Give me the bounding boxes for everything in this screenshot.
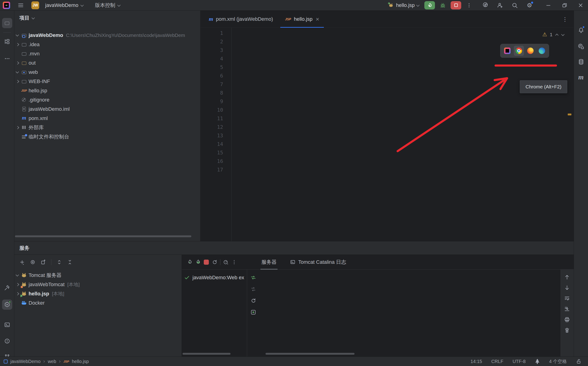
expander-chevron-icon[interactable] [14, 88, 21, 93]
expander-chevron-icon[interactable] [14, 106, 21, 112]
services-toolwindow-button[interactable] [2, 299, 12, 310]
scroll-down-icon[interactable] [564, 285, 570, 291]
build-toolwindow-button[interactable] [2, 283, 12, 293]
deployment-item[interactable]: javaWebDemo:Web ex [184, 274, 247, 281]
dashboard-options-button[interactable] [222, 258, 230, 266]
minimize-button[interactable] [542, 0, 555, 11]
ai-assistant-icon[interactable] [481, 1, 490, 9]
open-in-chrome-button[interactable] [514, 46, 524, 56]
show-options-button[interactable] [29, 258, 37, 266]
lock-open-icon[interactable] [576, 358, 581, 364]
code-line[interactable]: 5 [200, 63, 574, 72]
main-menu-button[interactable] [16, 1, 25, 9]
swap-disabled-icon[interactable] [250, 286, 256, 292]
breadcrumb[interactable]: javaWebDemo › web › JSP hello.jsp [0, 358, 89, 364]
line-ending-indicator[interactable]: CRLF [491, 359, 503, 364]
breadcrumb-project[interactable]: javaWebDemo [10, 359, 41, 364]
open-in-new-tab-button[interactable] [39, 258, 47, 266]
print-icon[interactable] [564, 317, 570, 323]
code-line[interactable]: 7 [200, 80, 574, 89]
expander-chevron-icon[interactable] [14, 32, 21, 38]
scroll-up-icon[interactable] [564, 274, 570, 280]
expander-chevron-icon[interactable] [14, 97, 21, 103]
collapse-all-button[interactable] [66, 258, 74, 266]
code-line[interactable]: 11 [200, 114, 574, 123]
run-configuration-selector[interactable]: hello.jsp [388, 2, 419, 8]
close-tab-icon[interactable]: × [316, 16, 319, 22]
code-line[interactable]: 17 [200, 166, 574, 174]
more-options-kebab-icon[interactable] [230, 258, 238, 266]
stop-server-button[interactable] [202, 258, 210, 266]
code-line[interactable]: 15 [200, 148, 574, 157]
tree-item[interactable]: javaWebDemo.iml [14, 105, 200, 114]
debug-server-button[interactable] [194, 258, 202, 266]
search-everywhere-icon[interactable] [510, 1, 519, 9]
close-button[interactable] [574, 0, 587, 11]
code-line[interactable]: 16 [200, 157, 574, 166]
indent-indicator[interactable]: 4 个空格 [549, 358, 567, 365]
inspections-widget[interactable]: ⚠ 1 [542, 31, 565, 38]
tree-item[interactable]: 临时文件和控制台 [14, 132, 200, 141]
breadcrumb-file[interactable]: hello.jsp [72, 359, 89, 364]
horizontal-scrollbar[interactable] [15, 235, 191, 237]
open-in-firefox-button[interactable] [525, 46, 536, 56]
code-line[interactable]: 13 [200, 131, 574, 140]
expander-chevron-icon[interactable] [14, 134, 21, 140]
project-selector[interactable]: javaWebDemo [45, 2, 83, 8]
settings-gear-icon[interactable]: ⚙ [525, 1, 534, 9]
console-log[interactable] [259, 270, 560, 357]
code-editor[interactable]: 1 2 3 4 5 6 [200, 28, 574, 241]
database-toolwindow-button[interactable] [576, 57, 586, 67]
maven-toolwindow-button[interactable]: m [576, 72, 586, 82]
open-in-idea-button[interactable] [502, 46, 512, 56]
previous-problem-icon[interactable] [555, 33, 559, 36]
tab-options-kebab-icon[interactable]: ⋮ [562, 16, 568, 23]
tree-item[interactable]: javaWebDemo C:\Users\ChuZhiXingYu\Docume… [14, 31, 200, 40]
open-in-edge-button[interactable] [537, 46, 547, 56]
deploy-swap-icon[interactable] [250, 274, 256, 281]
caret-position[interactable]: 14:15 [470, 359, 482, 364]
expander-chevron-icon[interactable] [14, 300, 21, 306]
tree-item[interactable]: hello.jsp [14, 86, 200, 95]
show-console-icon[interactable] [250, 309, 256, 315]
tree-item[interactable]: web [14, 68, 200, 77]
expander-chevron-icon[interactable] [14, 51, 21, 57]
project-panel-header[interactable]: 项目 [14, 11, 200, 25]
notifications-bell-icon[interactable] [576, 25, 586, 35]
expander-chevron-icon[interactable] [14, 116, 21, 121]
tab-pom-xml[interactable]: m pom.xml (javaWebDemo) [203, 11, 279, 27]
tab-tomcat-catalina-log[interactable]: Tomcat Catalina 日志 [289, 255, 347, 269]
tree-item[interactable]: .idea [14, 40, 200, 49]
clear-log-trash-icon[interactable] [564, 327, 570, 333]
tab-hello-jsp[interactable]: JSP hello.jsp × [279, 11, 325, 27]
expander-chevron-icon[interactable] [14, 282, 21, 287]
tree-item[interactable]: pom.xml [14, 114, 200, 123]
code-with-me-icon[interactable] [495, 1, 505, 9]
project-toolwindow-button[interactable] [2, 18, 12, 28]
add-service-button[interactable] [18, 258, 26, 266]
expand-all-button[interactable] [55, 258, 63, 266]
terminal-toolwindow-button[interactable] [2, 320, 12, 330]
vcs-menu[interactable]: 版本控制 [95, 2, 120, 9]
scroll-to-end-icon[interactable] [564, 306, 570, 312]
tree-item[interactable]: out [14, 58, 200, 68]
expander-chevron-icon[interactable] [14, 79, 21, 84]
tree-item[interactable]: .gitignore [14, 95, 200, 105]
more-toolwindows-button[interactable] [2, 53, 12, 64]
expander-chevron-icon[interactable] [14, 291, 21, 297]
service-item[interactable]: hello.jsp [本地] [14, 289, 182, 298]
rerun-server-button[interactable] [185, 258, 194, 266]
code-line[interactable]: 10 [200, 106, 574, 114]
encoding-indicator[interactable]: UTF-8 [513, 359, 526, 364]
soft-wrap-icon[interactable] [564, 295, 570, 301]
ai-chat-toolwindow-button[interactable] [576, 42, 586, 52]
tab-server[interactable]: 服务器 [260, 255, 278, 269]
next-problem-icon[interactable] [561, 33, 565, 36]
code-line[interactable]: 1 [200, 29, 574, 37]
tree-item[interactable]: .mvn [14, 49, 200, 58]
warning-stripe-mark[interactable] [568, 114, 571, 115]
sync-icon[interactable] [250, 298, 256, 304]
code-line[interactable]: 12 [200, 123, 574, 131]
restore-button[interactable] [558, 0, 571, 11]
tree-item[interactable]: WEB-INF [14, 77, 200, 86]
